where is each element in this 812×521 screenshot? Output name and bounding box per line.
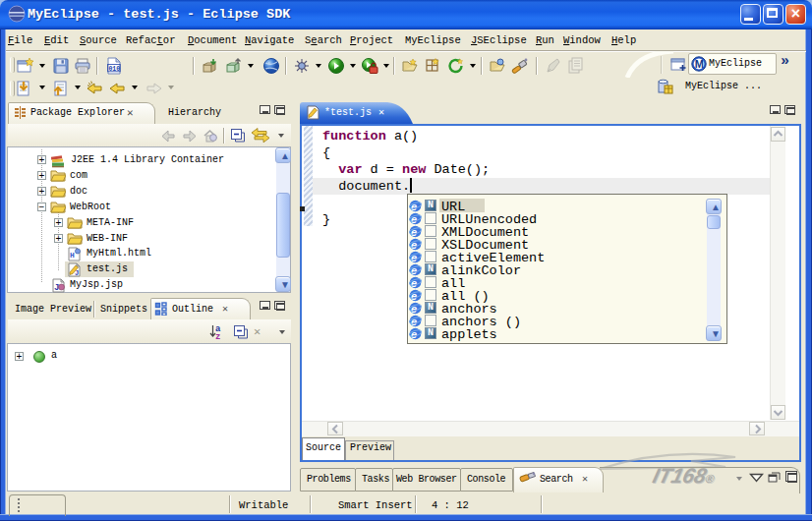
svg-text:H: H xyxy=(70,251,75,260)
svg-text:z: z xyxy=(215,332,220,340)
svg-text:e: e xyxy=(411,213,417,225)
svg-text:e: e xyxy=(411,239,417,251)
svg-text:e: e xyxy=(411,303,417,315)
svg-text:e: e xyxy=(411,226,417,238)
svg-text:e: e xyxy=(411,277,417,289)
svg-text:e: e xyxy=(411,328,417,340)
svg-text:e: e xyxy=(411,316,417,327)
svg-text:e: e xyxy=(411,201,417,212)
svg-text:e: e xyxy=(411,264,417,276)
svg-text:e: e xyxy=(411,290,417,302)
svg-text:M: M xyxy=(695,58,704,70)
svg-text:e: e xyxy=(411,252,417,263)
svg-text:J: J xyxy=(75,269,79,277)
